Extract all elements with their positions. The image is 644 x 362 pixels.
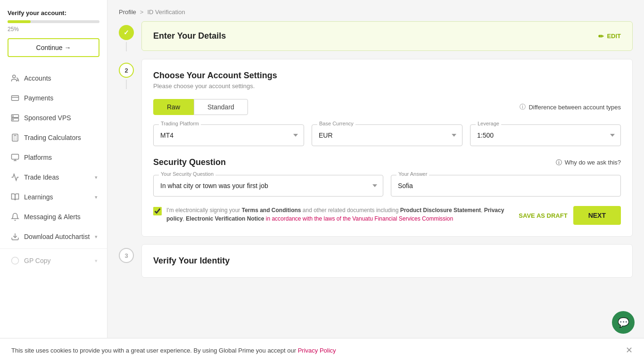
account-settings-card: Choose Your Account Settings Please choo… [141,59,633,237]
sidebar-vps-label: Sponsored VPS [24,114,98,122]
trading-platform-select[interactable]: MT4 MT5 cTrader [153,124,304,146]
sidebar-gp-copy-label: GP Copy [24,257,90,264]
step2-title: Choose Your Account Settings [153,71,621,81]
account-type-row: Raw Standard ⓘ Difference between accoun… [153,99,621,115]
sidebar-item-trade-ideas[interactable]: Trade Ideas ▾ [0,167,107,187]
svg-point-6 [13,119,14,120]
sidebar-autochartist-label: Download Autochartist [24,233,90,240]
sidebar-item-accounts[interactable]: Accounts [0,68,107,88]
account-type-raw-button[interactable]: Raw [153,99,194,115]
accounts-icon [11,74,19,82]
difference-label: Difference between account types [528,104,621,111]
cookie-close-button[interactable]: ✕ [626,345,633,355]
action-buttons: SAVE AS DRAFT NEXT [519,206,621,225]
verify-label: Verify your account: [8,9,99,16]
sidebar-item-platforms[interactable]: Platforms [0,148,107,167]
sidebar-accounts-label: Accounts [24,74,98,82]
main-content: Profile > ID Verification ✓ Enter Your D… [107,0,644,362]
sidebar-header: Verify your account: 25% Continue → [0,0,107,65]
cookie-text: This site uses cookies to provide you wi… [107,347,336,354]
chat-button[interactable]: 💬 [612,311,635,334]
edit-button[interactable]: ✏ EDIT [598,33,621,40]
leverage-select[interactable]: 1:1 1:100 1:200 1:500 [470,124,621,146]
sidebar-item-sponsored-vps[interactable]: Sponsored VPS [0,108,107,128]
security-section-header: Security Question ⓘ Why do we ask this? [153,157,621,167]
sidebar-item-download-autochartist[interactable]: Download Autochartist ▾ [0,227,107,247]
platforms-icon [11,153,19,162]
security-answer-group: Your Answer [391,175,621,197]
base-currency-select[interactable]: EUR USD GBP AUD [312,124,462,146]
progress-bar-fill [8,20,31,23]
trading-platform-label: Trading Platform [159,121,201,126]
enter-details-card: Enter Your Details ✏ EDIT [141,21,633,51]
copy-icon [11,256,19,265]
step1-title: Enter Your Details [153,31,226,41]
security-answer-input[interactable] [391,175,621,197]
continue-button[interactable]: Continue → [8,38,99,57]
security-question-select[interactable]: In what city or town was your first job … [153,175,383,197]
account-type-standard-button[interactable]: Standard [194,99,248,115]
security-answer-label: Your Answer [396,171,429,177]
svg-point-0 [13,75,16,78]
step1-line-col: ✓ [119,21,134,51]
step3-line-col: 3 [119,244,134,263]
sidebar-item-trading-calculators[interactable]: Trading Calculators [0,128,107,148]
step1-number: ✓ [119,25,134,40]
download-icon [11,232,19,241]
step3-number: 3 [119,248,134,263]
leverage-label: Leverage [476,121,501,126]
next-button[interactable]: NEXT [573,206,621,225]
leverage-group: Leverage 1:1 1:100 1:200 1:500 [470,124,621,146]
why-info-icon: ⓘ [556,158,562,167]
payments-icon [11,94,19,102]
vps-icon [11,114,19,122]
sidebar-item-learnings[interactable]: Learnings ▾ [0,187,107,207]
step2-row: 2 Choose Your Account Settings Please ch… [119,59,633,237]
security-question-label: Your Security Question [159,171,215,177]
svg-rect-1 [12,96,19,101]
verify-identity-card: Verify Your Identity [141,244,633,278]
autochartist-chevron-icon: ▾ [95,234,98,240]
sidebar-trade-ideas-label: Trade Ideas [24,173,90,181]
gp-copy-chevron-icon: ▾ [95,258,98,264]
svg-rect-15 [12,154,19,159]
svg-point-5 [13,116,14,117]
breadcrumb-profile[interactable]: Profile [119,8,136,16]
steps-container: ✓ Enter Your Details ✏ EDIT 2 Choose You… [107,21,644,289]
step1-row: ✓ Enter Your Details ✏ EDIT [119,21,633,51]
progress-percent: 25% [8,26,99,33]
step2-subtitle: Please choose your account settings. [153,82,621,90]
step2-line [126,80,127,89]
terms-checkbox[interactable] [153,207,162,215]
privacy-policy-link[interactable]: Privacy Policy [298,347,336,354]
form-row: Trading Platform MT4 MT5 cTrader Base Cu… [153,124,621,146]
base-currency-group: Base Currency EUR USD GBP AUD [312,124,462,146]
sidebar-item-messaging-alerts[interactable]: Messaging & Alerts [0,207,107,227]
difference-link[interactable]: ⓘ Difference between account types [520,103,621,111]
sidebar-messaging-label: Messaging & Alerts [24,213,98,221]
sidebar-payments-label: Payments [24,94,98,102]
sidebar-item-payments[interactable]: Payments [0,88,107,108]
security-question-group: Your Security Question In what city or t… [153,175,383,197]
sidebar: Verify your account: 25% Continue → Acco… [0,0,107,362]
step2-number: 2 [119,63,134,78]
terms-row: I'm electronically signing your Terms an… [153,206,621,225]
account-type-buttons: Raw Standard [153,99,248,115]
edit-icon: ✏ [598,33,604,40]
calculator-icon [11,133,19,142]
info-icon: ⓘ [520,103,526,111]
svg-point-19 [12,257,19,264]
cookie-banner: This site uses cookies to provide you wi… [107,338,644,362]
nav-divider [0,248,107,249]
progress-bar-bg [8,20,99,23]
sidebar-item-gp-copy[interactable]: GP Copy ▾ [0,251,107,271]
breadcrumb-separator: > [140,8,144,16]
save-draft-button[interactable]: SAVE AS DRAFT [519,206,567,225]
why-link[interactable]: ⓘ Why do we ask this? [556,158,621,167]
checkbox-wrap: I'm electronically signing your Terms an… [153,206,507,223]
learnings-icon [11,193,19,201]
step1-line [126,42,127,51]
trade-ideas-icon [11,173,19,181]
security-row: Your Security Question In what city or t… [153,175,621,197]
trading-platform-group: Trading Platform MT4 MT5 cTrader [153,124,304,146]
